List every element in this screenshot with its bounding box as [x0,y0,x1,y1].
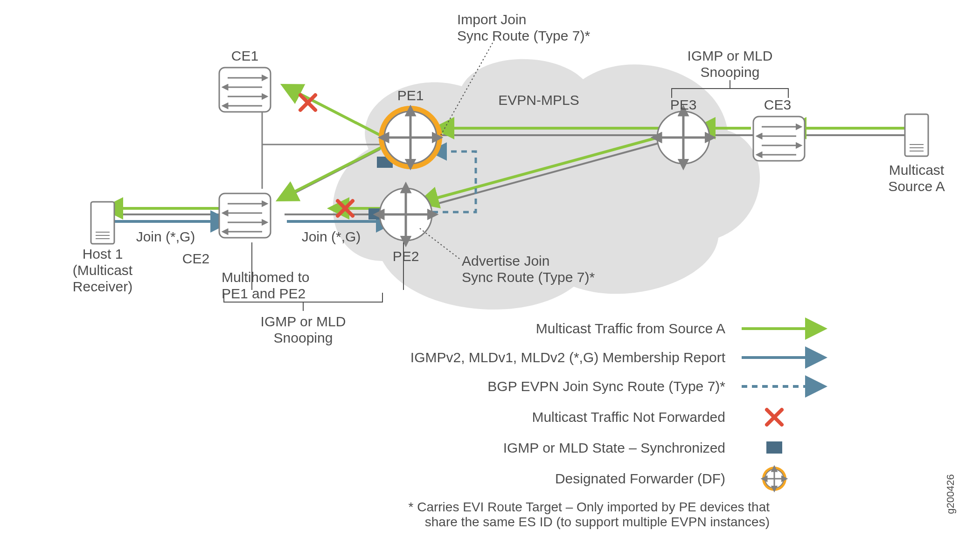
pe2-device [380,188,432,241]
host1-device [91,202,114,244]
ce2-device [219,193,271,238]
legend-footnote-l2: share the same ES ID (to support multipl… [425,515,770,529]
join-label-2: Join (*,G) [302,229,361,244]
advertise-l2: Sync Route (Type 7)* [462,269,595,285]
svg-rect-4 [91,202,114,244]
import-l2: Sync Route (Type 7)* [457,28,590,43]
figure-id: g200426 [945,474,956,514]
import-l1: Import Join [457,12,526,27]
evpn-diagram: Host 1 (Multicast Receiver) CE1 CE2 CE3 … [0,0,980,537]
source-label-l1: Multicast [889,162,945,178]
host1-label-l1: Host 1 [83,246,123,262]
snooping-left-l1: IGMP or MLD [261,314,346,329]
pe1-device [379,106,442,169]
snooping-left-l2: Snooping [274,330,333,345]
host1-label-l2: (Multicast [73,262,133,278]
pe2-label: PE2 [393,248,419,264]
source-device [905,114,928,156]
legend-footnote-l1: * Carries EVI Route Target – Only import… [408,500,770,514]
legend-df-icon [762,467,786,491]
legend-state-icon [766,441,782,454]
snooping-right-l1: IGMP or MLD [688,48,773,63]
legend-state: IGMP or MLD State – Synchronized [503,440,725,455]
legend-sync: BGP EVPN Join Sync Route (Type 7)* [487,379,725,394]
ce3-device [753,117,805,161]
evpn-mpls-label: EVPN-MPLS [498,92,579,108]
legend-traffic: Multicast Traffic from Source A [536,321,725,336]
multihomed-l2: PE1 and PE2 [222,286,306,301]
pe3-label: PE3 [670,97,697,112]
host1-label-l3: Receiver) [73,279,132,294]
source-label-l2: Source A [888,179,945,194]
ce1-label: CE1 [231,48,258,63]
legend-df: Designated Forwarder (DF) [555,471,725,486]
ce2-label: CE2 [182,251,209,266]
legend-notfwd-icon [767,410,782,425]
svg-rect-8 [905,114,928,156]
ce3-label: CE3 [764,97,791,112]
ce1-device [219,68,271,112]
legend-membership: IGMPv2, MLDv1, MLDv2 (*,G) Membership Re… [410,350,726,365]
legend-notfwd: Multicast Traffic Not Forwarded [532,409,725,425]
legend: Multicast Traffic from Source A IGMPv2, … [408,321,807,529]
multihomed-l1: Multihomed to [222,269,309,285]
pe3-device [657,111,709,164]
pe1-label: PE1 [397,88,424,103]
snooping-right-l2: Snooping [701,64,760,80]
join-label-1: Join (*,G) [136,229,195,244]
advertise-l1: Advertise Join [462,253,549,268]
